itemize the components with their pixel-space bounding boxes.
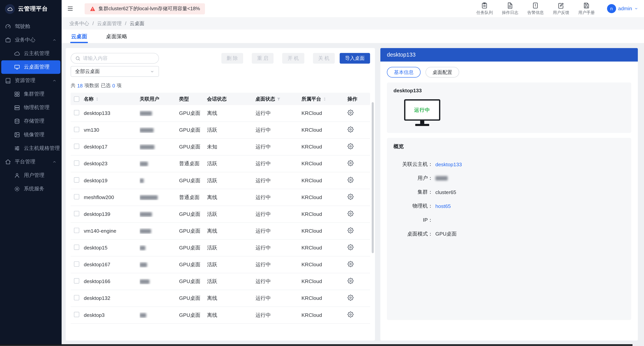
cell-session-status: 活跃 — [207, 278, 256, 285]
delete-button[interactable]: 删 除 — [221, 53, 243, 63]
topbar-action-alert-message[interactable]: 告警信息 — [527, 2, 544, 15]
cell-type: GPU桌面 — [179, 261, 207, 268]
cell-type: 普通桌面 — [179, 160, 207, 167]
restart-button[interactable]: 重 启 — [252, 53, 274, 63]
sidebar-item-physical-machine-mgmt[interactable]: 物理机管理 — [0, 101, 62, 114]
breadcrumb-item[interactable]: 云桌面管理 — [97, 20, 122, 27]
cell-type: GPU桌面 — [179, 143, 207, 150]
tab-cloud-desktop[interactable]: 云桌面 — [70, 29, 88, 43]
row-checkbox[interactable] — [74, 110, 80, 115]
topbar-action-user-manual[interactable]: 用户手册 — [578, 2, 595, 15]
cell-name: desktop17 — [84, 144, 140, 150]
table-row[interactable]: desktop132 GPU桌面 离线 运行中 KRCloud — [71, 290, 370, 307]
topbar-action-operation-log[interactable]: 操作日志 — [502, 2, 518, 15]
desktop-filter-select[interactable]: 全部云桌面 — [71, 66, 159, 77]
cell-platform: KRCloud — [302, 144, 348, 150]
cell-session-status: 未知 — [207, 143, 256, 150]
app-title: 云管理平台 — [18, 5, 48, 13]
table-row[interactable]: desktop133 GPU桌面 离线 运行中 KRCloud — [71, 105, 370, 122]
overview-label: 用户： — [394, 175, 433, 182]
power-off-button[interactable]: 关 机 — [313, 53, 335, 63]
import-desktop-button[interactable]: 导入桌面 — [340, 53, 370, 63]
row-settings-gear-icon[interactable] — [348, 177, 354, 183]
table-row[interactable]: desktop15 GPU桌面 活跃 运行中 KRCloud — [71, 240, 370, 256]
power-on-button[interactable]: 开 机 — [282, 53, 304, 63]
topbar-actions: 任务队列操作日志告警信息用户反馈用户手册 — [476, 2, 595, 15]
sidebar-collapse-icon[interactable] — [67, 5, 74, 12]
row-checkbox[interactable] — [74, 295, 80, 301]
row-settings-gear-icon[interactable] — [348, 194, 354, 200]
overview-field-desktop-mode: 桌面模式： GPU桌面 — [394, 231, 625, 238]
row-settings-gear-icon[interactable] — [348, 210, 354, 217]
row-settings-gear-icon[interactable] — [348, 160, 354, 166]
row-settings-gear-icon[interactable] — [348, 126, 354, 133]
row-checkbox[interactable] — [74, 194, 80, 199]
table-row[interactable]: desktop19 GPU桌面 活跃 运行中 KRCloud — [71, 172, 370, 189]
table-row[interactable]: desktop139 GPU桌面 活跃 运行中 KRCloud — [71, 206, 370, 223]
table-row[interactable]: vm140-engine GPU桌面 离线 运行中 KRCloud — [71, 223, 370, 240]
sidebar-item-dashboard[interactable]: 驾驶舱 — [0, 20, 62, 33]
table-row[interactable]: meshflow200 普通桌面 离线 运行中 KRCloud — [71, 189, 370, 206]
row-settings-gear-icon[interactable] — [348, 227, 354, 233]
row-checkbox[interactable] — [74, 177, 80, 183]
row-settings-gear-icon[interactable] — [348, 143, 354, 149]
row-checkbox[interactable] — [74, 228, 80, 233]
row-settings-gear-icon[interactable] — [348, 109, 354, 116]
breadcrumb-item[interactable]: 云桌面 — [130, 20, 144, 27]
sidebar-item-system-services[interactable]: 系统服务 — [0, 182, 62, 196]
table-row[interactable]: desktop17 GPU桌面 未知 运行中 KRCloud — [71, 139, 370, 155]
cell-session-status: 离线 — [207, 110, 256, 117]
cell-platform: KRCloud — [302, 110, 348, 116]
sidebar-item-label: 资源管理 — [15, 77, 35, 84]
row-settings-gear-icon[interactable] — [348, 244, 354, 250]
topbar-action-label: 任务队列 — [476, 10, 493, 15]
row-checkbox[interactable] — [74, 261, 80, 267]
table-row[interactable]: desktop3 GPU桌面 离线 运行中 KRCloud — [71, 307, 370, 324]
table-row[interactable]: desktop167 GPU桌面 活跃 运行中 KRCloud — [71, 256, 370, 273]
topbar-action-task-queue[interactable]: 任务队列 — [476, 2, 493, 15]
search-input[interactable] — [83, 55, 154, 61]
select-all-checkbox[interactable] — [74, 96, 80, 102]
table-vertical-scrollbar[interactable] — [372, 102, 374, 253]
sidebar-item-cluster-mgmt[interactable]: 集群管理 — [0, 87, 62, 101]
sidebar-item-business-center[interactable]: 业务中心 — [0, 33, 62, 47]
detail-tab-basic-info[interactable]: 基本信息 — [387, 67, 420, 77]
row-settings-gear-icon[interactable] — [348, 295, 354, 301]
desktop-table: 名称关联用户类型会话状态桌面状态所属平台操作 desktop133 GPU桌面 … — [71, 93, 370, 324]
sidebar-item-platform-mgmt[interactable]: 平台管理 — [0, 155, 62, 169]
overview-value[interactable]: desktop133 — [436, 161, 462, 167]
row-settings-gear-icon[interactable] — [348, 261, 354, 267]
sidebar-item-cloud-host-mgmt[interactable]: 云主机管理 — [0, 47, 62, 60]
row-checkbox[interactable] — [74, 245, 80, 250]
sidebar-item-user-mgmt[interactable]: 用户管理 — [0, 169, 62, 182]
breadcrumb-item[interactable]: 业务中心 — [70, 20, 89, 27]
sidebar-item-cloud-desktop-mgmt[interactable]: 云桌面管理 — [1, 60, 60, 74]
sort-icon[interactable] — [95, 96, 99, 101]
row-checkbox[interactable] — [74, 211, 80, 216]
sidebar-item-image-mgmt[interactable]: 镜像管理 — [0, 128, 62, 142]
page-horizontal-scrollbar[interactable] — [0, 344, 632, 346]
table-row[interactable]: vm130 GPU桌面 活跃 运行中 KRCloud — [71, 122, 370, 139]
row-checkbox[interactable] — [74, 312, 80, 317]
row-settings-gear-icon[interactable] — [348, 278, 354, 284]
sort-icon[interactable] — [322, 96, 327, 101]
row-checkbox[interactable] — [74, 278, 80, 284]
row-checkbox[interactable] — [74, 127, 80, 132]
row-settings-gear-icon[interactable] — [348, 312, 354, 318]
row-checkbox[interactable] — [74, 144, 80, 149]
row-checkbox[interactable] — [74, 160, 80, 166]
redacted-user-text — [140, 111, 152, 116]
table-row[interactable]: desktop166 GPU桌面 活跃 运行中 KRCloud — [71, 273, 370, 290]
detail-tab-desktop-config[interactable]: 桌面配置 — [426, 67, 459, 77]
sidebar: 云管理平台 驾驶舱业务中心云主机管理云桌面管理资源管理集群管理物理机管理存储管理… — [0, 0, 62, 346]
sidebar-item-storage-mgmt[interactable]: 存储管理 — [0, 114, 62, 128]
filter-icon[interactable] — [276, 96, 281, 101]
user-menu[interactable]: n admin — [607, 4, 638, 13]
table-row[interactable]: desktop23 普通桌面 活跃 运行中 KRCloud — [71, 155, 370, 172]
physical-icon — [14, 105, 20, 111]
topbar-action-user-feedback[interactable]: 用户反馈 — [553, 2, 569, 15]
sidebar-item-resource-mgmt[interactable]: 资源管理 — [0, 74, 62, 87]
overview-value[interactable]: host65 — [436, 203, 451, 209]
sidebar-item-host-spec-mgmt[interactable]: 云主机规格管理 — [0, 142, 62, 155]
tab-desktop-policy[interactable]: 桌面策略 — [105, 29, 128, 43]
